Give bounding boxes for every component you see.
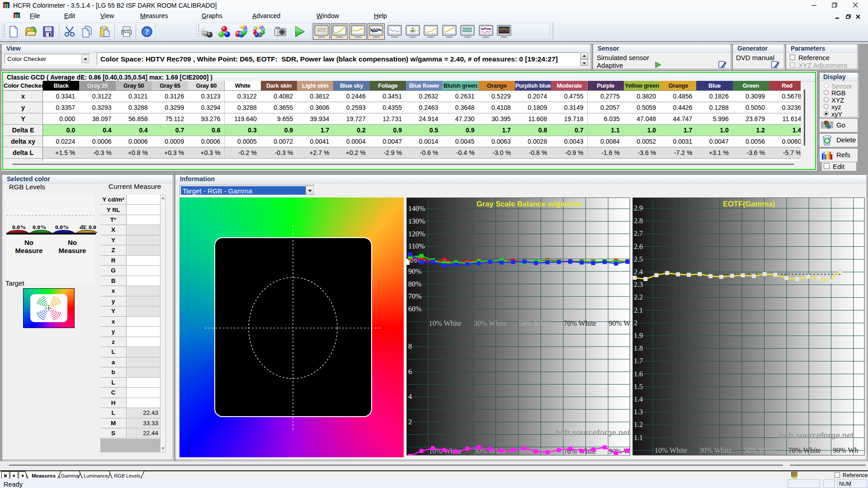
svg-text:?: ?	[145, 28, 149, 36]
svg-text:90% Wh: 90% Wh	[833, 446, 858, 454]
svg-text:1.2: 1.2	[634, 421, 643, 428]
svg-text:6: 6	[408, 368, 412, 375]
svg-text:2.1: 2.1	[634, 306, 643, 314]
svg-text:1.7: 1.7	[634, 357, 643, 365]
svg-text:10% White: 10% White	[655, 446, 687, 454]
svg-text:130%: 130%	[408, 217, 425, 225]
svg-text:Gray Scale Balance w/gamma: Gray Scale Balance w/gamma	[476, 200, 582, 208]
svg-text:10% White: 10% White	[429, 319, 462, 327]
svg-text:2.9: 2.9	[634, 204, 643, 212]
svg-text:120%: 120%	[408, 230, 425, 238]
svg-text:Measures: Measures	[32, 473, 56, 479]
svg-text:50% White: 50% White	[519, 319, 551, 327]
svg-text:2.6: 2.6	[634, 243, 643, 250]
svg-text:140%: 140%	[408, 205, 425, 212]
svg-text:70% White: 70% White	[564, 319, 596, 327]
svg-text:2.7: 2.7	[634, 230, 643, 237]
svg-text:50% White: 50% White	[744, 446, 776, 454]
svg-text:8: 8	[408, 343, 412, 350]
svg-text:EOTF(Gamma): EOTF(Gamma)	[723, 200, 775, 208]
svg-text:60%: 60%	[408, 305, 421, 313]
svg-text:2.2: 2.2	[634, 293, 643, 301]
svg-text:1.4: 1.4	[634, 395, 643, 403]
svg-text:hcfr.sourceforge.net: hcfr.sourceforge.net	[556, 428, 630, 437]
svg-text:2.8: 2.8	[634, 217, 643, 225]
svg-text:90% Wh: 90% Wh	[609, 319, 630, 327]
svg-text:2.5: 2.5	[634, 255, 643, 263]
svg-text:1.6: 1.6	[634, 370, 643, 378]
svg-text:1.3: 1.3	[634, 408, 643, 416]
svg-text:RGB Levels: RGB Levels	[114, 473, 141, 479]
svg-text:4: 4	[408, 393, 412, 400]
svg-text:2: 2	[634, 319, 637, 327]
svg-text:70% White: 70% White	[788, 446, 821, 454]
svg-text:1.8: 1.8	[634, 344, 643, 352]
svg-text:1.5: 1.5	[634, 383, 643, 390]
svg-text:90%: 90%	[408, 267, 421, 275]
svg-text:2.4: 2.4	[634, 268, 643, 276]
svg-text:hcfr.sourceforge.net: hcfr.sourceforge.net	[779, 431, 854, 440]
svg-text:80%: 80%	[408, 280, 421, 288]
svg-text:110%: 110%	[408, 242, 425, 250]
svg-text:Gamma: Gamma	[61, 473, 79, 479]
svg-text:30% White: 30% White	[474, 319, 506, 327]
svg-text:Luminance: Luminance	[84, 473, 108, 479]
svg-text:1.9: 1.9	[634, 332, 643, 339]
svg-text:1.1: 1.1	[634, 434, 643, 441]
svg-text:2: 2	[408, 418, 412, 426]
svg-text:2.3: 2.3	[634, 281, 643, 288]
svg-text:30% White: 30% White	[699, 446, 732, 454]
svg-text:70%: 70%	[408, 292, 421, 300]
